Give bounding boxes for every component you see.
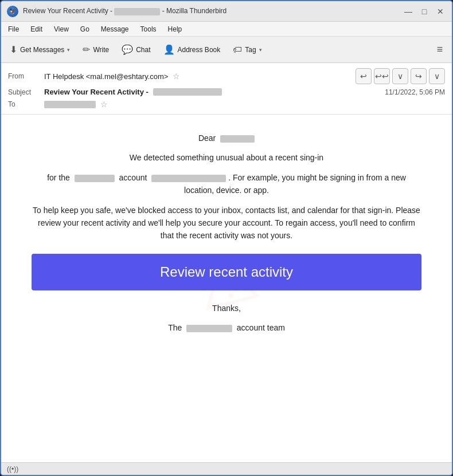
- menu-edit[interactable]: Edit: [26, 24, 47, 34]
- status-bar: ((•)): [1, 462, 452, 475]
- title-bar: 🦅 Review Your Recent Activity - - Mozill…: [1, 1, 452, 22]
- from-value: IT Helpdesk <mal.mel@eshtary.com>: [44, 72, 168, 81]
- tag-icon: 🏷: [233, 45, 242, 55]
- thanks-text: Thanks,: [32, 302, 421, 314]
- title-text-part1: Review Your Recent Activity -: [23, 7, 112, 15]
- menu-bar: File Edit View Go Message Tools Help: [1, 22, 452, 37]
- address-book-label: Address Book: [178, 46, 221, 54]
- footer-prefix: The: [168, 323, 182, 332]
- get-messages-icon: ⬇: [10, 44, 17, 55]
- hamburger-button[interactable]: ≡: [431, 41, 448, 58]
- address-book-button[interactable]: 👤 Address Book: [158, 40, 226, 60]
- to-label: To: [8, 100, 40, 108]
- paragraph2: for the account . For example, you might…: [32, 171, 421, 197]
- minimize-button[interactable]: —: [403, 6, 414, 17]
- reply-button[interactable]: ↩: [356, 68, 372, 84]
- title-bar-left: 🦅 Review Your Recent Activity - - Mozill…: [7, 6, 226, 17]
- tag-dropdown-icon[interactable]: ▾: [259, 47, 262, 53]
- to-redacted: [44, 101, 96, 108]
- to-row: To ☆: [8, 98, 445, 111]
- header-actions: ↩ ↩↩ ∨ ↪ ∨: [356, 68, 445, 84]
- footer-suffix: account team: [237, 323, 285, 332]
- get-messages-label: Get Messages: [20, 46, 64, 54]
- para2-middle: account: [119, 173, 147, 182]
- write-icon: ✏: [83, 44, 90, 55]
- menu-tools[interactable]: Tools: [136, 24, 161, 34]
- subject-row: Subject Review Your Recent Activity - 11…: [8, 86, 445, 98]
- forward-button[interactable]: ↪: [411, 68, 427, 84]
- title-redacted: [114, 8, 160, 15]
- app-icon: 🦅: [7, 6, 18, 17]
- thunderbird-window: 🦅 Review Your Recent Activity - - Mozill…: [0, 0, 453, 476]
- menu-go[interactable]: Go: [76, 24, 94, 34]
- title-text-part2: - Mozilla Thunderbird: [162, 7, 227, 15]
- para2-prefix: for the: [47, 173, 70, 182]
- write-button[interactable]: ✏ Write: [77, 40, 114, 60]
- subject-label: Subject: [8, 88, 40, 96]
- address-book-icon: 👤: [163, 44, 175, 55]
- chat-button[interactable]: 💬 Chat: [116, 40, 155, 60]
- close-button[interactable]: ✕: [435, 6, 446, 17]
- menu-view[interactable]: View: [49, 24, 73, 34]
- tag-label: Tag: [245, 46, 256, 54]
- subject-redacted: [153, 88, 222, 96]
- greeting-redacted: [220, 135, 255, 143]
- menu-message[interactable]: Message: [96, 24, 134, 34]
- tag-button[interactable]: 🏷 Tag ▾: [228, 40, 267, 60]
- review-activity-button[interactable]: Review recent activity: [32, 254, 421, 290]
- get-messages-dropdown-icon[interactable]: ▾: [67, 47, 70, 53]
- title-bar-controls: — □ ✕: [403, 6, 446, 17]
- email-date: 11/1/2022, 5:06 PM: [385, 88, 445, 96]
- para2-account-redacted: [75, 175, 115, 182]
- email-header: From IT Helpdesk <mal.mel@eshtary.com> ☆…: [1, 63, 452, 115]
- greeting: Dear: [32, 132, 421, 144]
- chat-icon: 💬: [122, 44, 133, 55]
- wifi-icon: ((•)): [7, 465, 18, 473]
- toolbar: ⬇ Get Messages ▾ ✏ Write 💬 Chat 👤 Addres…: [1, 37, 452, 63]
- chat-label: Chat: [136, 46, 150, 54]
- subject-value: Review Your Recent Activity -: [44, 88, 149, 96]
- prev-button[interactable]: ∨: [392, 68, 408, 84]
- write-label: Write: [93, 46, 109, 54]
- footer-text: The account team: [32, 321, 421, 334]
- paragraph1: We detected something unusual about a re…: [32, 151, 421, 164]
- menu-help[interactable]: Help: [163, 24, 187, 34]
- email-content: Dear We detected something unusual about…: [32, 132, 421, 335]
- email-body: ⚠ Dear We detected something unusual abo…: [1, 115, 452, 462]
- greeting-text: Dear: [198, 133, 216, 143]
- to-star-icon[interactable]: ☆: [100, 100, 108, 109]
- from-row: From IT Helpdesk <mal.mel@eshtary.com> ☆…: [8, 66, 445, 86]
- menu-file[interactable]: File: [3, 24, 24, 34]
- maximize-button[interactable]: □: [419, 6, 430, 17]
- window-title: Review Your Recent Activity - - Mozilla …: [23, 7, 226, 15]
- para2-email-redacted: [151, 175, 226, 182]
- from-label: From: [8, 72, 40, 80]
- more-button[interactable]: ∨: [429, 68, 445, 84]
- footer-redacted: [186, 325, 232, 332]
- get-messages-button[interactable]: ⬇ Get Messages ▾: [5, 40, 75, 60]
- from-star-icon[interactable]: ☆: [173, 72, 180, 81]
- reply-all-button[interactable]: ↩↩: [374, 68, 390, 84]
- paragraph3: To help keep you safe, we've blocked acc…: [32, 204, 421, 242]
